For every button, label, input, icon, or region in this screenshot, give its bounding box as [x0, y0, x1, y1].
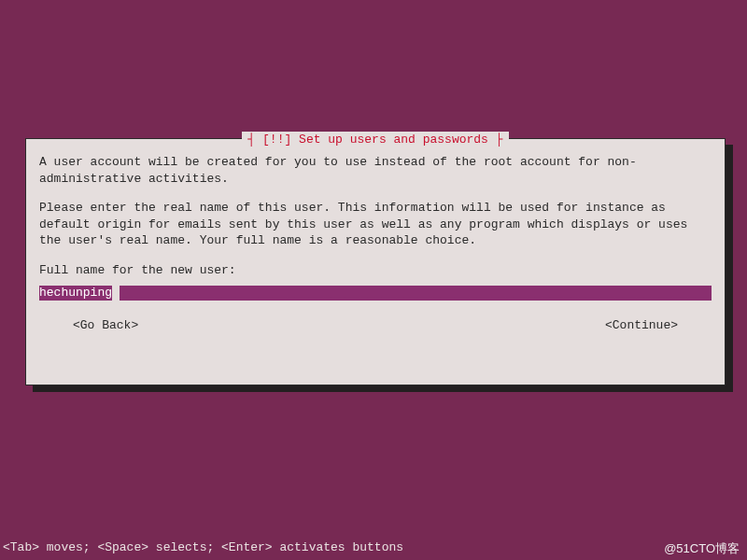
dialog-title-wrap: ┤ [!!] Set up users and passwords ├: [26, 132, 725, 148]
text-cursor: [112, 286, 120, 301]
fullname-input-value: hechunping: [39, 286, 112, 301]
footer-hint: <Tab> moves; <Space> selects; <Enter> ac…: [3, 539, 403, 556]
installer-dialog: ┤ [!!] Set up users and passwords ├ A us…: [25, 138, 726, 385]
dialog-body: A user account will be created for you t…: [26, 139, 725, 347]
watermark: @51CTO博客: [664, 540, 740, 557]
fullname-prompt: Full name for the new user:: [39, 262, 712, 279]
dialog-paragraph-1: A user account will be created for you t…: [39, 154, 712, 187]
dialog-title: ┤ [!!] Set up users and passwords ├: [242, 132, 508, 148]
input-fill: ________________________________________…: [120, 286, 712, 301]
go-back-button[interactable]: <Go Back>: [73, 317, 138, 334]
dialog-paragraph-2: Please enter the real name of this user.…: [39, 200, 712, 249]
continue-button[interactable]: <Continue>: [605, 317, 678, 334]
button-row: <Go Back> <Continue>: [39, 317, 712, 334]
fullname-input[interactable]: hechunping _____________________________…: [39, 286, 712, 301]
